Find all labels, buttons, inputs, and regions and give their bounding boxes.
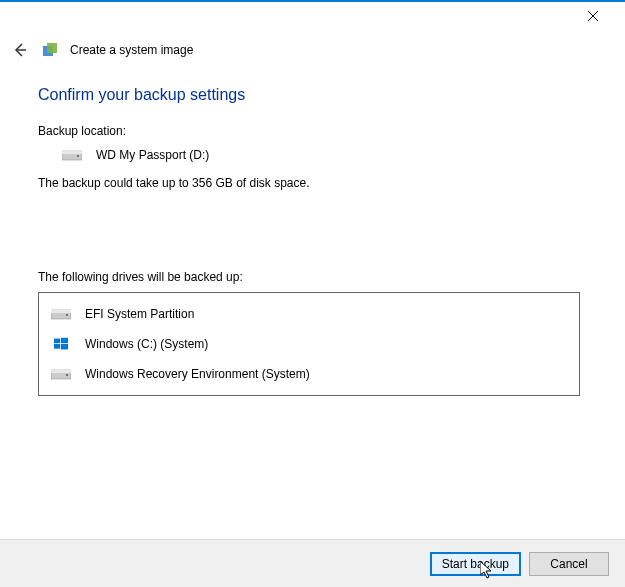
drive-icon xyxy=(62,148,82,162)
svg-rect-12 xyxy=(61,338,68,343)
cancel-button[interactable]: Cancel xyxy=(529,552,609,576)
drives-list-label: The following drives will be backed up: xyxy=(38,270,587,284)
drive-name: Windows Recovery Environment (System) xyxy=(85,367,310,381)
svg-rect-6 xyxy=(62,151,82,154)
drive-icon xyxy=(51,367,71,381)
svg-rect-16 xyxy=(51,370,71,373)
back-arrow-icon xyxy=(12,42,28,58)
svg-point-7 xyxy=(77,155,79,157)
backup-location-label: Backup location: xyxy=(38,124,587,138)
backup-destination-name: WD My Passport (D:) xyxy=(96,148,209,162)
disk-space-note: The backup could take up to 356 GB of di… xyxy=(38,176,587,190)
start-backup-button[interactable]: Start backup xyxy=(430,552,521,576)
system-image-icon xyxy=(42,42,58,58)
close-button[interactable] xyxy=(573,2,613,30)
svg-rect-13 xyxy=(54,344,60,349)
drive-row: EFI System Partition xyxy=(39,299,579,329)
drive-icon xyxy=(51,307,71,321)
drive-name: Windows (C:) (System) xyxy=(85,337,208,351)
drive-name: EFI System Partition xyxy=(85,307,194,321)
window-title: Create a system image xyxy=(70,43,193,57)
svg-rect-11 xyxy=(54,339,60,344)
svg-point-10 xyxy=(66,314,68,316)
drive-row: Windows (C:) (System) xyxy=(39,329,579,359)
svg-point-17 xyxy=(66,374,68,376)
svg-rect-4 xyxy=(47,43,57,53)
footer: Start backup Cancel xyxy=(0,539,625,587)
content-area: Confirm your backup settings Backup loca… xyxy=(0,66,625,396)
backup-destination-row: WD My Passport (D:) xyxy=(62,148,587,162)
windows-drive-icon xyxy=(51,337,71,351)
svg-rect-14 xyxy=(61,344,68,349)
header: Create a system image xyxy=(0,30,625,66)
drives-list: EFI System Partition Windows (C:) (Syste… xyxy=(38,292,580,396)
back-button[interactable] xyxy=(10,40,30,60)
close-icon xyxy=(587,10,599,22)
drive-row: Windows Recovery Environment (System) xyxy=(39,359,579,389)
page-heading: Confirm your backup settings xyxy=(38,86,587,104)
svg-rect-9 xyxy=(51,310,71,313)
titlebar xyxy=(0,0,625,30)
